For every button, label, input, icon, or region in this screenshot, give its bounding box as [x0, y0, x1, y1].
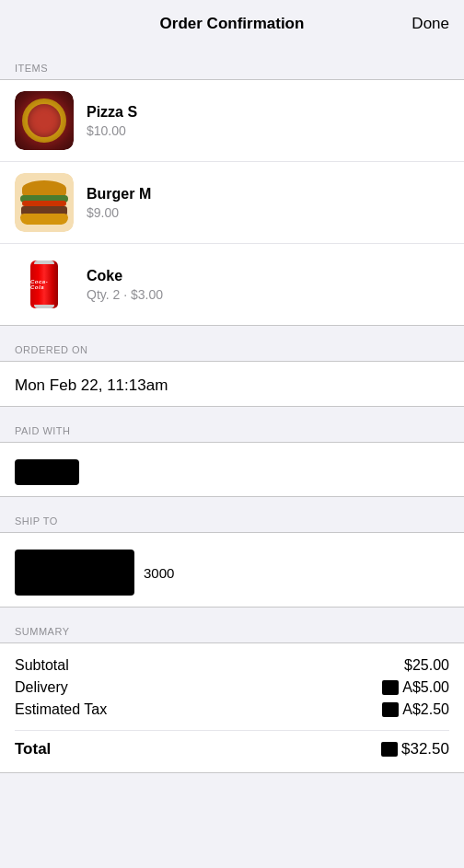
- header: Order Confirmation Done: [0, 0, 464, 44]
- page-title: Order Confirmation: [61, 15, 403, 33]
- burger-image: [15, 173, 74, 232]
- subtotal-value: $25.00: [404, 657, 449, 674]
- list-item: Burger M $9.00: [0, 162, 464, 244]
- delivery-label: Delivery: [15, 679, 68, 696]
- payment-method-redacted: [15, 459, 79, 485]
- tax-label: Estimated Tax: [15, 701, 107, 718]
- address-redacted: [15, 550, 134, 596]
- coke-info: Coke Qty. 2 · $3.00: [87, 268, 449, 302]
- delivery-row: Delivery A$5.00: [15, 677, 449, 699]
- items-list: Pizza S $10.00 Burger M $9.00 Coca-Cola: [0, 79, 464, 326]
- paid-section-label: PAID WITH: [0, 407, 464, 442]
- ordered-section-label: ORDERED ON: [0, 326, 464, 361]
- pizza-info: Pizza S $10.00: [87, 104, 449, 138]
- tax-redacted: [382, 702, 399, 717]
- total-value: $32.50: [381, 740, 449, 758]
- items-section-label: ITEMS: [0, 44, 464, 79]
- item-name: Coke: [87, 268, 449, 284]
- delivery-value: A$5.00: [382, 679, 449, 696]
- done-button[interactable]: Done: [403, 15, 449, 33]
- subtotal-label: Subtotal: [15, 657, 69, 674]
- ordered-on-section: Mon Feb 22, 11:13am: [0, 361, 464, 407]
- total-label: Total: [15, 740, 51, 758]
- subtotal-row: Subtotal $25.00: [15, 654, 449, 677]
- ship-section-label: SHIP TO: [0, 497, 464, 532]
- paid-with-section: [0, 442, 464, 497]
- item-name: Pizza S: [87, 104, 449, 121]
- item-price: $9.00: [87, 205, 449, 220]
- delivery-redacted: [382, 680, 399, 695]
- summary-section-label: SUMMARY: [0, 608, 464, 642]
- total-row: Total $32.50: [15, 730, 449, 761]
- summary-section: Subtotal $25.00 Delivery A$5.00 Estimate…: [0, 642, 464, 773]
- item-name: Burger M: [87, 186, 449, 203]
- item-price: $10.00: [87, 123, 449, 138]
- pizza-image: [15, 91, 74, 150]
- ship-to-section: 3000: [0, 532, 464, 608]
- tax-value: A$2.50: [382, 701, 449, 718]
- list-item: Coca-Cola Coke Qty. 2 · $3.00: [0, 244, 464, 325]
- item-price: Qty. 2 · $3.00: [87, 287, 449, 302]
- tax-row: Estimated Tax A$2.50: [15, 699, 449, 721]
- list-item: Pizza S $10.00: [0, 80, 464, 162]
- total-redacted: [381, 742, 398, 757]
- ship-zip: 3000: [144, 565, 174, 581]
- ordered-on-value: Mon Feb 22, 11:13am: [15, 376, 449, 395]
- burger-info: Burger M $9.00: [87, 186, 449, 220]
- coke-image: Coca-Cola: [15, 255, 74, 314]
- ship-address: 3000: [15, 550, 449, 596]
